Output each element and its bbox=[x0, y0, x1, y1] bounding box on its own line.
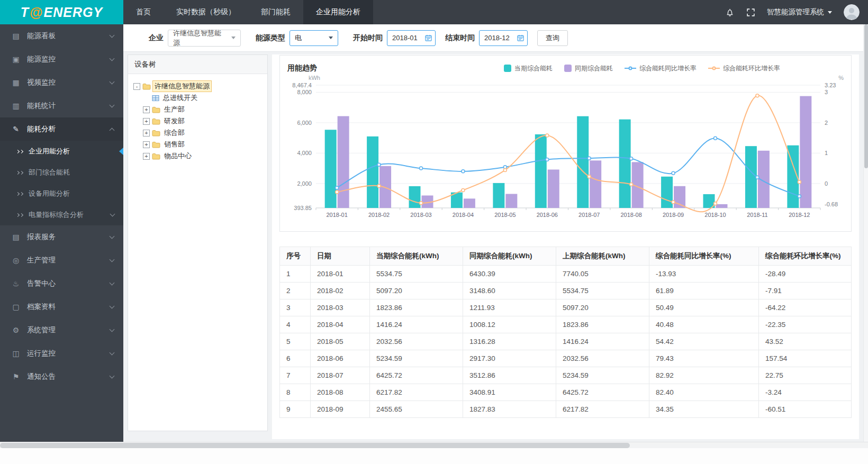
expand-icon[interactable]: + bbox=[143, 106, 150, 113]
nav-tab-实时数据（秒级）[interactable]: 实时数据（秒级） bbox=[164, 0, 248, 24]
tree-node-label[interactable]: 销售部 bbox=[162, 139, 186, 150]
sidebar-item-label: 告警中心 bbox=[27, 279, 56, 288]
vertical-scrollbar-thumb[interactable] bbox=[864, 24, 868, 168]
folder-icon bbox=[142, 83, 151, 90]
sidebar-item[interactable]: ▥能耗统计 bbox=[0, 94, 123, 117]
table-cell: 1 bbox=[280, 266, 311, 283]
table-row: 72018-076425.723512.865234.5982.9222.75 bbox=[280, 367, 852, 384]
legend-item[interactable]: 同期综合能耗 bbox=[564, 64, 613, 73]
system-name-menu[interactable]: 智慧能源管理系统 bbox=[767, 7, 832, 17]
double-arrow-icon bbox=[16, 171, 24, 174]
expand-icon[interactable]: + bbox=[143, 118, 150, 125]
chevron-icon bbox=[110, 128, 115, 133]
table-cell: 50.49 bbox=[649, 299, 759, 316]
bottom-gap bbox=[0, 448, 868, 464]
expand-icon[interactable]: + bbox=[143, 141, 150, 148]
table-cell: 6430.39 bbox=[463, 266, 556, 283]
energy-type-select[interactable]: 电 bbox=[290, 30, 338, 46]
nav-tab-企业用能分析[interactable]: 企业用能分析 bbox=[303, 0, 373, 24]
chevron-icon bbox=[110, 33, 115, 38]
table-cell: 6217.82 bbox=[370, 384, 463, 401]
tree-node-label[interactable]: 物品中心 bbox=[162, 151, 193, 161]
tree-node-label[interactable]: 综合部 bbox=[162, 128, 186, 138]
end-date-input[interactable]: 2018-12 bbox=[479, 30, 528, 46]
table-cell: 2018-06 bbox=[311, 350, 370, 367]
horizontal-scrollbar-thumb[interactable] bbox=[0, 443, 630, 448]
table-cell: 8 bbox=[280, 384, 311, 401]
tree-node-label[interactable]: 许继信息智慧能源 bbox=[153, 81, 211, 92]
tree-node-label[interactable]: 生产部 bbox=[162, 104, 186, 115]
table-cell: 3512.86 bbox=[463, 367, 556, 384]
table-cell: -28.49 bbox=[759, 266, 852, 283]
table-cell: 40.48 bbox=[649, 316, 759, 333]
legend-item[interactable]: 综合能耗同比增长率 bbox=[625, 64, 697, 73]
sidebar-item[interactable]: ▢档案资料 bbox=[0, 295, 123, 319]
tree-node[interactable]: +生产部 bbox=[132, 104, 263, 115]
dashboard-icon: ▤ bbox=[11, 32, 21, 40]
calendar-icon bbox=[425, 34, 432, 41]
sidebar-item[interactable]: ♨告警中心 bbox=[0, 272, 123, 295]
tree-node-label[interactable]: 总进线开关 bbox=[161, 93, 199, 103]
chevron-icon bbox=[110, 350, 115, 356]
table-header-cell: 综合能耗同比增长率(%) bbox=[649, 247, 759, 266]
table-cell: 6217.82 bbox=[556, 401, 649, 418]
start-date-input[interactable]: 2018-01 bbox=[387, 30, 436, 46]
query-button[interactable]: 查询 bbox=[537, 30, 568, 46]
fullscreen-icon[interactable] bbox=[746, 8, 755, 17]
table-cell: -60.51 bbox=[759, 401, 852, 418]
legend-label: 综合能耗同比增长率 bbox=[639, 64, 697, 73]
table-row: 82018-086217.823408.916425.7282.40-3.24 bbox=[280, 384, 852, 401]
table-cell: -13.93 bbox=[649, 266, 759, 283]
sidebar-item[interactable]: ▦视频监控 bbox=[0, 71, 123, 94]
tree-node[interactable]: 总进线开关 bbox=[132, 92, 263, 104]
expand-icon[interactable]: + bbox=[143, 130, 150, 137]
sidebar-subitem[interactable]: 企业用能分析 bbox=[0, 141, 123, 162]
sidebar-item[interactable]: ▤报表服务 bbox=[0, 225, 123, 249]
svg-text:393.85: 393.85 bbox=[294, 205, 312, 211]
sidebar-item[interactable]: ⚑通知公告 bbox=[0, 365, 123, 388]
table-cell: 9 bbox=[280, 401, 311, 418]
tree-node[interactable]: +物品中心 bbox=[132, 150, 263, 162]
double-arrow-icon bbox=[16, 150, 24, 153]
table-cell: 7 bbox=[280, 367, 311, 384]
expand-icon[interactable]: + bbox=[143, 153, 150, 160]
tree-node[interactable]: +研发部 bbox=[132, 115, 263, 127]
tree-node[interactable]: -许继信息智慧能源 bbox=[132, 80, 263, 92]
legend-item[interactable]: 当期综合能耗 bbox=[504, 64, 553, 73]
archives-icon: ▢ bbox=[11, 303, 21, 311]
enterprise-select[interactable]: 许继信息智慧能源 bbox=[168, 30, 241, 47]
table-cell: 157.54 bbox=[759, 350, 852, 367]
chart-title: 用能趋势 bbox=[287, 63, 317, 73]
svg-text:6,000: 6,000 bbox=[297, 120, 311, 126]
sidebar-subitem[interactable]: 电量指标综合分析 bbox=[0, 204, 123, 225]
avatar[interactable] bbox=[844, 4, 860, 20]
chevron-down-icon bbox=[329, 37, 333, 39]
table-cell: 2018-09 bbox=[311, 401, 370, 418]
sidebar-subitem-label: 部门综合能耗 bbox=[29, 168, 70, 177]
svg-text:2018-07: 2018-07 bbox=[578, 212, 600, 218]
nav-tab-首页[interactable]: 首页 bbox=[123, 0, 164, 24]
tree-node[interactable]: +综合部 bbox=[132, 127, 263, 139]
sidebar-item[interactable]: ✎能耗分析 bbox=[0, 117, 123, 141]
table-cell: 7740.05 bbox=[556, 266, 649, 283]
bell-icon[interactable] bbox=[725, 7, 735, 17]
sidebar-subitem[interactable]: 部门综合能耗 bbox=[0, 162, 123, 183]
sidebar-subitem[interactable]: 设备用能分析 bbox=[0, 183, 123, 204]
table-cell: 5097.20 bbox=[370, 283, 463, 299]
sidebar-item[interactable]: ◫运行监控 bbox=[0, 342, 123, 365]
sidebar-item[interactable]: ◎生产管理 bbox=[0, 249, 123, 272]
collapse-icon[interactable]: - bbox=[133, 83, 140, 90]
main-area: 企业 许继信息智慧能源 能源类型 电 开始时间 2018-01 结束时间 201… bbox=[123, 24, 863, 442]
tree-node-label[interactable]: 研发部 bbox=[162, 116, 186, 126]
tree-node[interactable]: +销售部 bbox=[132, 139, 263, 150]
nav-tab-部门能耗[interactable]: 部门能耗 bbox=[248, 0, 303, 24]
vertical-scrollbar[interactable] bbox=[863, 24, 868, 442]
sidebar-item[interactable]: ▤能源看板 bbox=[0, 24, 123, 48]
horizontal-scrollbar[interactable] bbox=[0, 442, 868, 448]
table-cell: 2032.56 bbox=[556, 350, 649, 367]
trend-chart: 393.852,0004,0006,0008,0008,467.4-0.6801… bbox=[280, 75, 851, 229]
table-cell: 5 bbox=[280, 333, 311, 350]
legend-item[interactable]: 综合能耗环比增长率 bbox=[708, 64, 780, 73]
sidebar-item[interactable]: ▣能源监控 bbox=[0, 48, 123, 71]
sidebar-item[interactable]: ⚙系统管理 bbox=[0, 319, 123, 342]
